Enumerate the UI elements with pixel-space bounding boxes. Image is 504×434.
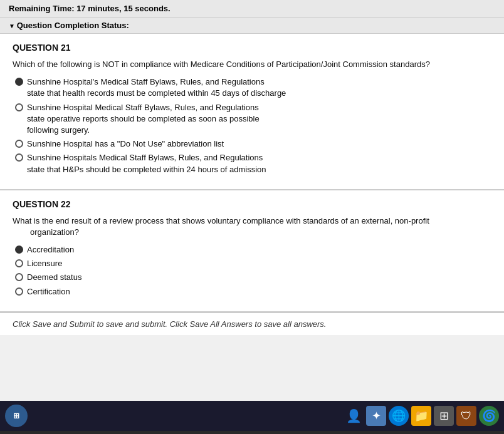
q22-option-b[interactable]: Licensure xyxy=(13,258,491,269)
question-21-prompt: Which of the following is NOT in complia… xyxy=(13,59,491,70)
q21-option-c-text: Sunshine Hospital has a "Do Not Use" abb… xyxy=(27,138,491,150)
taskbar-icon-files[interactable]: 📁 xyxy=(411,406,431,426)
taskbar: ⊞ 👤 ✦ 🌐 📁 ⊞ 🛡 🌀 xyxy=(0,401,504,431)
timer-value: 17 minutes, 15 seconds. xyxy=(76,4,171,13)
radio-filled-q22 xyxy=(15,245,23,254)
q21-option-c[interactable]: Sunshine Hospital has a "Do Not Use" abb… xyxy=(13,138,491,150)
question-22-prompt: What is the end result of a review proce… xyxy=(13,215,491,238)
radio-empty-icon-c xyxy=(15,140,23,148)
q21-option-b-subtext2: following surgery. xyxy=(27,125,491,136)
q22-option-d[interactable]: Certification xyxy=(13,286,491,297)
timer-bar: Remaining Time: 17 minutes, 15 seconds. xyxy=(0,0,504,18)
q21-option-d[interactable]: Sunshine Hospitals Medical Staff Bylaws,… xyxy=(13,152,491,175)
question-22-block: QUESTION 22 What is the end result of a … xyxy=(0,190,504,313)
question-21-block: QUESTION 21 Which of the following is NO… xyxy=(0,34,504,190)
radio-empty-icon xyxy=(15,103,23,111)
radio-empty-icon-d xyxy=(15,153,23,162)
q22-option-a-text: Accreditation xyxy=(27,244,491,256)
start-button[interactable]: ⊞ xyxy=(5,405,28,427)
question-22-title: QUESTION 22 xyxy=(13,199,491,209)
q22-option-d-text: Certification xyxy=(27,286,491,297)
radio-empty-q22-d xyxy=(15,287,23,296)
q21-option-d-text: Sunshine Hospitals Medical Staff Bylaws,… xyxy=(27,152,491,163)
q21-option-b[interactable]: Sunshine Hospital Medical Staff Bylaws, … xyxy=(13,102,491,137)
q21-option-a-subtext: state that health records must be comple… xyxy=(27,88,491,99)
taskbar-icon-swirl[interactable]: 🌀 xyxy=(479,406,499,426)
taskbar-icon-edge[interactable]: 🌐 xyxy=(389,406,409,426)
taskbar-icon-star[interactable]: ✦ xyxy=(366,406,386,426)
timer-label: Remaining Time: xyxy=(9,4,75,13)
taskbar-icon-person[interactable]: 👤 xyxy=(344,406,364,426)
q22-option-c[interactable]: Deemed status xyxy=(13,272,491,283)
taskbar-icon-grid[interactable]: ⊞ xyxy=(434,406,454,426)
question-21-title: QUESTION 21 xyxy=(13,43,491,53)
q21-option-b-subtext1: state operative reports should be comple… xyxy=(27,113,491,125)
q21-option-d-subtext: state that H&Ps should be completed with… xyxy=(27,164,491,175)
completion-label: Question Completion Status: xyxy=(17,21,129,30)
footer-bar: Click Save and Submit to save and submit… xyxy=(0,313,504,335)
radio-filled-icon xyxy=(15,78,23,86)
q22-option-b-text: Licensure xyxy=(27,258,491,269)
completion-status[interactable]: Question Completion Status: xyxy=(0,18,504,34)
radio-empty-q22-b xyxy=(15,259,23,267)
q21-option-b-text: Sunshine Hospital Medical Staff Bylaws, … xyxy=(27,102,491,113)
q22-option-c-text: Deemed status xyxy=(27,272,491,283)
footer-text: Click Save and Submit to save and submit… xyxy=(13,319,326,329)
question-22-prompt2: organization? xyxy=(30,227,491,238)
q21-option-a-text: Sunshine Hospital's Medical Staff Bylaws… xyxy=(27,76,491,88)
q21-option-a[interactable]: Sunshine Hospital's Medical Staff Bylaws… xyxy=(13,76,491,99)
q22-option-a[interactable]: Accreditation xyxy=(13,244,491,256)
taskbar-icon-shield[interactable]: 🛡 xyxy=(456,406,476,426)
radio-empty-q22-c xyxy=(15,273,23,281)
